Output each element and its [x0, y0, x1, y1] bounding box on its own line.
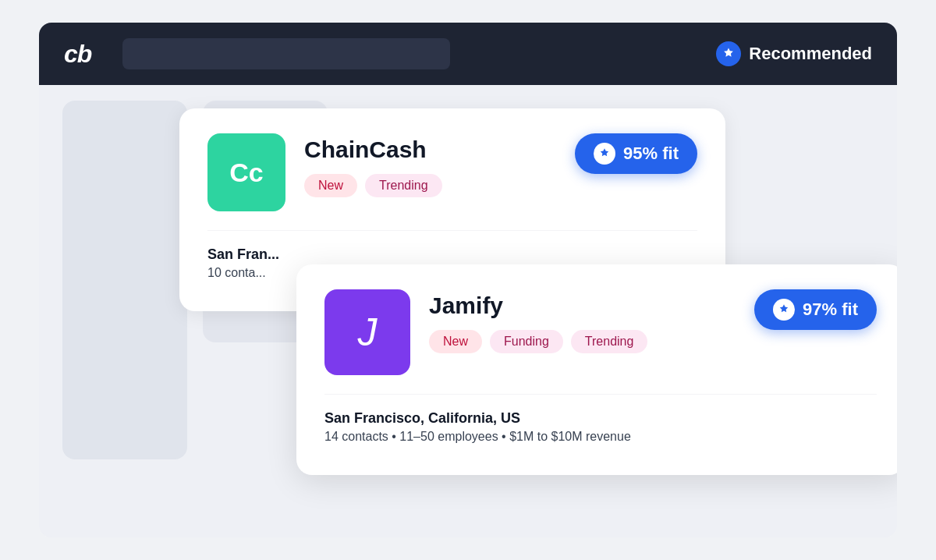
jamify-name: Jamify [429, 292, 736, 319]
chaincash-logo: Cc [207, 133, 285, 211]
recommended-icon [716, 41, 741, 66]
recommended-badge: Recommended [716, 41, 872, 66]
tag-new: New [304, 174, 357, 197]
jamify-card[interactable]: J Jamify New Funding Trending 97 [296, 264, 897, 475]
jamify-fit-badge: 97% fit [754, 289, 877, 330]
crunchbase-logo: cb [64, 40, 91, 69]
jamify-meta: 14 contacts • 11–50 employees • $1M to $… [324, 430, 877, 444]
jamify-logo: J [324, 289, 410, 375]
header-bar: cb Recommended [39, 23, 897, 85]
chaincash-fit-badge: 95% fit [575, 133, 697, 174]
jamify-fit-icon [773, 299, 795, 321]
jamify-tag-trending: Trending [571, 330, 648, 353]
jamify-card-header: J Jamify New Funding Trending 97 [324, 289, 877, 375]
jamify-fit-percent: 97% fit [803, 299, 858, 320]
app-container: cb Recommended Cc ChainCash New [39, 23, 897, 537]
chaincash-fit-icon [594, 143, 615, 165]
chaincash-name: ChainCash [304, 136, 556, 163]
chaincash-location-text: San Fran... [207, 246, 697, 263]
chaincash-tags: New Trending [304, 174, 556, 197]
chaincash-card-header: Cc ChainCash New Trending 95% fit [207, 133, 697, 211]
jamify-location-text: San Francisco, California, US [324, 410, 877, 427]
jamify-location: San Francisco, California, US 14 contact… [324, 394, 877, 444]
search-bar[interactable] [122, 38, 450, 69]
jamify-tag-funding: Funding [490, 330, 563, 353]
chaincash-fit-percent: 95% fit [623, 144, 679, 164]
recommended-label: Recommended [749, 44, 872, 64]
tag-trending: Trending [365, 174, 442, 197]
jamify-tags: New Funding Trending [429, 330, 736, 353]
jamify-info: Jamify New Funding Trending [429, 289, 736, 353]
bg-placeholder-left [62, 101, 187, 459]
chaincash-info: ChainCash New Trending [304, 133, 556, 197]
jamify-tag-new: New [429, 330, 482, 353]
content-area: Cc ChainCash New Trending 95% fit [39, 85, 897, 537]
